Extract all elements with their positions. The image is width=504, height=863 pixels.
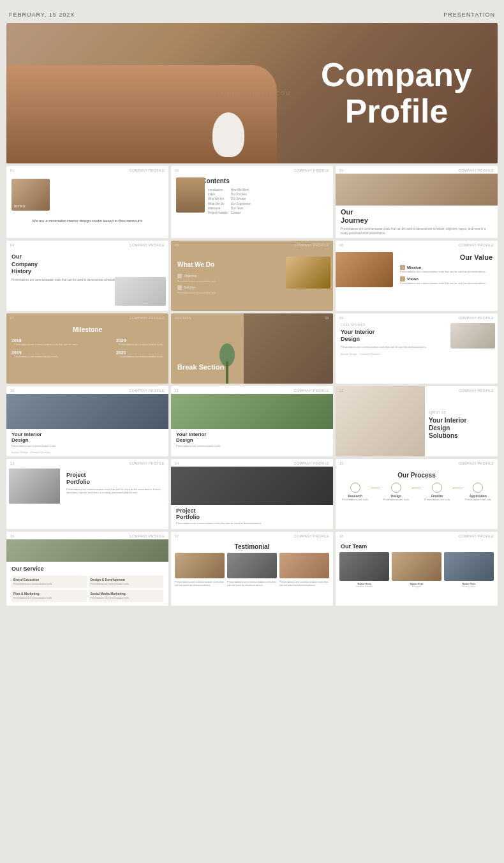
slide-section-toc: COMPANY PROFILE: [294, 169, 329, 172]
slide-testimonial: 17 COMPANY PROFILE Testimonial Presentat…: [171, 532, 333, 606]
break-section-label: SECTION: [175, 316, 191, 320]
hero-title: Company Profile: [321, 57, 472, 130]
slide-section-milestone: COMPANY PROFILE: [130, 316, 165, 320]
slide-section-service: COMPANY PROFILE: [130, 534, 165, 538]
toc-columns: IntroductionIndexWho We AreWhat We DoMil…: [203, 186, 333, 219]
team-title: Our Team: [336, 539, 498, 552]
toc-col2: How We WorkOur ProcessOur ServiceOur Exp…: [231, 188, 251, 215]
slide-number-service: 16: [10, 534, 15, 538]
slides-grid: 01 COMPANY PROFILE We are a minimalist i…: [6, 166, 498, 606]
slide-header-break: SECTION 08: [171, 313, 333, 321]
portfolio1-title: ProjectPortfolio: [66, 472, 165, 486]
history-title: OurCompanyHistory: [6, 248, 168, 277]
hero-vase-shape: [212, 112, 244, 157]
value-items: Mission Presentations are communication …: [396, 264, 498, 291]
slide-header-team: 18 COMPANY PROFILE: [336, 532, 498, 539]
slide-number-team: 18: [339, 534, 344, 538]
slide-whatwedo: 05 COMPANY PROFILE What We Do Objective …: [171, 241, 333, 311]
case2-image: [6, 394, 168, 429]
value-image: [336, 252, 393, 287]
testimonial-photos: Presentations are communication tools th…: [171, 553, 333, 589]
slide-header-port1: 13 COMPANY PROFILE: [6, 459, 168, 467]
mile-year-1: 2018: [11, 338, 78, 343]
slide-number-case1: 09: [339, 316, 344, 320]
intro-text: We are a minimalist interior design stud…: [6, 216, 168, 229]
slide-section-solutions: COMPANY PROFILE: [459, 389, 494, 393]
milestone-row-2: 2019 Presentations are communication too…: [11, 350, 163, 359]
slide-intro: 01 COMPANY PROFILE We are a minimalist i…: [6, 166, 168, 238]
slide-section-case1: COMPANY PROFILE: [459, 316, 494, 320]
value-item-mission: Mission Presentations are communication …: [400, 265, 494, 274]
case1-tags: Interior Design Creative Direction: [336, 350, 498, 358]
mile-text-3: Presentations are communication tools.: [14, 355, 59, 359]
header-date: FEBRUARY, 15 202X: [9, 11, 75, 18]
team-img-2: [392, 552, 441, 581]
testimonial-photo-2: Presentations are communication tools th…: [227, 553, 277, 587]
slide-header-value: 06 COMPANY PROFILE: [336, 241, 498, 248]
slide-section-wwd: COMPANY PROFILE: [294, 243, 329, 247]
testimonial-text-3: Presentations are communication tools th…: [279, 580, 329, 587]
slide-header-case3: 11 COMPANY PROFILE: [171, 386, 333, 394]
team-role-1: Creative Director: [339, 585, 389, 588]
slide-process: 15 COMPANY PROFILE Our Process Research …: [336, 459, 498, 529]
history-image: [115, 277, 166, 306]
testimonial-text-1: Presentations are communication tools th…: [175, 580, 225, 587]
portfolio1-image: [9, 469, 60, 504]
case3-text: Presentations are communication tools.: [171, 444, 333, 451]
service-grid: Brand Extraction Presentations are commu…: [6, 574, 168, 606]
page-wrapper: FEBRUARY, 15 202X PRESENTATION Company P…: [6, 6, 498, 606]
wwd-solution: Solution: [184, 285, 195, 289]
slide-number-port2: 14: [175, 462, 179, 465]
service-item-text-4: Presentations are communication tools.: [91, 597, 162, 600]
mile-text-2: Presentations are communication tools.: [119, 343, 163, 347]
slide-section-history: COMPANY PROFILE: [130, 243, 165, 247]
portfolio2-image: [171, 467, 333, 505]
proc-connector-2: [412, 488, 422, 501]
slide-value: 06 COMPANY PROFILE Our Value Mission Pre…: [336, 241, 498, 311]
slide-break: SECTION 08 Break Section: [171, 313, 333, 384]
case2-tags: Interior Design Creative Direction: [6, 451, 168, 456]
break-section-number: 08: [325, 316, 329, 320]
slide-header-port2: 14 COMPANY PROFILE: [171, 459, 333, 467]
slide-number-milestone: 07: [10, 316, 15, 320]
slide-section-port2: COMPANY PROFILE: [294, 462, 329, 465]
proc-circle-2: [391, 483, 401, 493]
slide-header-toc: 02 COMPANY PROFILE: [171, 166, 333, 174]
team-role-3: Photographer: [444, 585, 494, 588]
service-item-title-2: Design & Development: [91, 578, 162, 582]
service-item-title-4: Social Media Marketing: [91, 592, 162, 596]
slide-number-port1: 13: [10, 462, 15, 465]
slide-header-process: 15 COMPANY PROFILE: [336, 459, 498, 467]
testimonial-photo-1: Presentations are communication tools th…: [175, 553, 225, 587]
proc-label-4: Presentations are tools: [463, 498, 494, 501]
intro-image: [11, 179, 50, 211]
slide-header-milestone: 07 COMPANY PROFILE: [6, 313, 168, 321]
solutions-content: ABOUT US Your InteriorDesignSolutions: [429, 402, 493, 440]
service-item-3: Plan & Marketing Presentations are commu…: [11, 590, 87, 602]
slide-header-service: 16 COMPANY PROFILE: [6, 532, 168, 539]
portfolio2-title: ProjectPortfolio: [171, 505, 333, 522]
solutions-label: ABOUT US: [429, 411, 493, 414]
vision-icon: [400, 276, 405, 281]
testimonial-img-3: [279, 553, 329, 578]
solutions-title: Your InteriorDesignSolutions: [429, 417, 493, 440]
service-item-text-1: Presentations are communication tools.: [13, 583, 85, 586]
slide-case1: 09 COMPANY PROFILE CASE STUDIES Your Int…: [336, 313, 498, 384]
break-title: Break Section: [177, 363, 224, 371]
slide-number-solutions: 12: [339, 389, 344, 393]
team-member-2: Name Here Designer: [392, 552, 441, 588]
slide-section-testimonial: COMPANY PROFILE: [294, 534, 329, 538]
slide-header-journey: 03 COMPANY PROFILE: [336, 166, 498, 174]
slide-number-case3: 11: [175, 389, 179, 393]
whatwedo-image: [286, 257, 330, 289]
service-item-4: Social Media Marketing Presentations are…: [89, 590, 164, 602]
slide-header-solutions: 12 COMPANY PROFILE: [336, 386, 498, 394]
slide-toc: 02 COMPANY PROFILE Table of Contents Int…: [171, 166, 333, 238]
slide-section-value: COMPANY PROFILE: [459, 243, 494, 247]
slide-header-case1: 09 COMPANY PROFILE: [336, 313, 498, 321]
header-label: PRESENTATION: [443, 11, 495, 18]
case1-tag1: Interior Design: [341, 352, 357, 356]
team-img-1: [339, 552, 389, 581]
testimonial-img-1: [175, 553, 225, 578]
proc-circle-1: [350, 483, 360, 493]
